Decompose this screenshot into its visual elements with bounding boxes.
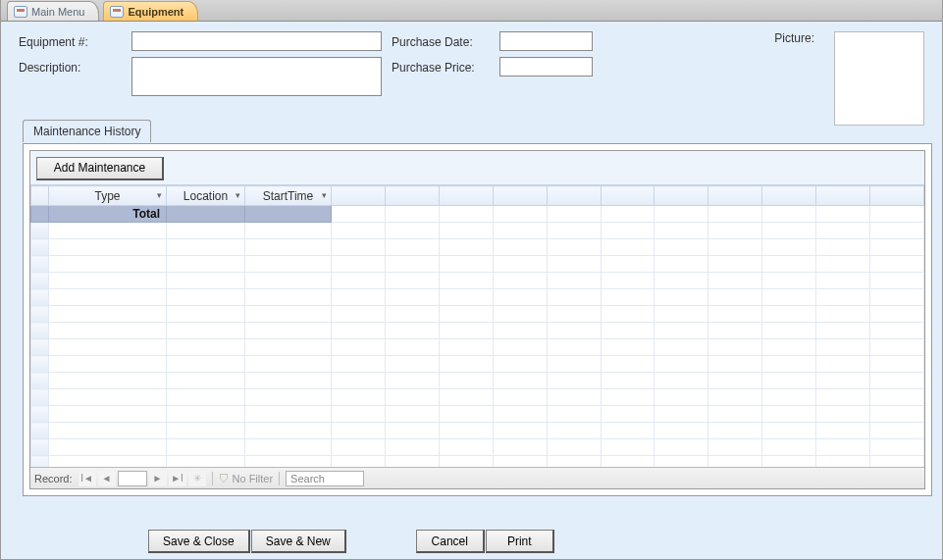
purchase-date-label: Purchase Date: xyxy=(392,31,499,49)
col-location[interactable]: Location▾ xyxy=(167,186,245,206)
tab-equipment-label: Equipment xyxy=(128,6,183,18)
filter-icon: ⛉ xyxy=(219,473,230,484)
tab-equipment[interactable]: Equipment xyxy=(103,1,198,21)
equipment-number-label: Equipment #: xyxy=(19,31,131,49)
form-icon xyxy=(110,6,124,18)
add-maintenance-button[interactable]: Add Maintenance xyxy=(36,157,164,180)
record-label: Record: xyxy=(34,473,73,484)
maintenance-grid[interactable]: Type▾ Location▾ StartTime▾ Total xyxy=(30,184,924,467)
description-label: Description: xyxy=(19,57,131,75)
nav-record-box[interactable] xyxy=(118,471,147,486)
col-type[interactable]: Type▾ xyxy=(49,186,167,206)
picture-box[interactable] xyxy=(834,31,924,126)
record-navigator: Record: I◄ ◄ ► ►I ✳ ⛉ No Filter Search xyxy=(30,467,924,488)
chevron-down-icon[interactable]: ▾ xyxy=(236,190,240,200)
purchase-price-label: Purchase Price: xyxy=(392,57,499,75)
tab-bar: Main Menu Equipment xyxy=(1,0,942,22)
equipment-number-input[interactable] xyxy=(131,31,382,51)
picture-label: Picture: xyxy=(774,31,814,45)
description-input[interactable] xyxy=(131,57,382,96)
chevron-down-icon[interactable]: ▾ xyxy=(322,190,327,200)
total-label: Total xyxy=(49,206,167,223)
col-starttime[interactable]: StartTime▾ xyxy=(245,186,332,206)
tab-main-menu[interactable]: Main Menu xyxy=(7,1,99,21)
print-button[interactable]: Print xyxy=(486,530,554,553)
form-icon xyxy=(14,6,27,18)
grid-select-all[interactable] xyxy=(31,186,49,206)
nav-first-button[interactable]: I◄ xyxy=(79,471,96,486)
record-search-input[interactable]: Search xyxy=(286,471,364,486)
form-area: Equipment #: Purchase Date: Description:… xyxy=(1,22,942,559)
nav-prev-button[interactable]: ◄ xyxy=(98,471,116,486)
cancel-button[interactable]: Cancel xyxy=(416,530,485,553)
bottom-button-bar: Save & Close Save & New Cancel Print xyxy=(1,530,942,553)
nav-last-button[interactable]: ►I xyxy=(169,471,186,486)
save-new-button[interactable]: Save & New xyxy=(251,530,346,553)
save-close-button[interactable]: Save & Close xyxy=(148,530,250,553)
chevron-down-icon[interactable]: ▾ xyxy=(157,190,162,200)
tab-main-menu-label: Main Menu xyxy=(31,6,84,18)
nav-next-button[interactable]: ► xyxy=(149,471,167,486)
purchase-date-input[interactable] xyxy=(499,31,593,51)
total-row: Total xyxy=(31,206,924,223)
purchase-price-input[interactable] xyxy=(499,57,593,76)
no-filter-indicator[interactable]: ⛉ No Filter xyxy=(219,473,274,484)
nav-new-button[interactable]: ✳ xyxy=(188,471,206,486)
maintenance-subform: Add Maintenance Type▾ Location▾ StartTim… xyxy=(23,143,932,496)
tab-maintenance-history[interactable]: Maintenance History xyxy=(23,120,151,142)
